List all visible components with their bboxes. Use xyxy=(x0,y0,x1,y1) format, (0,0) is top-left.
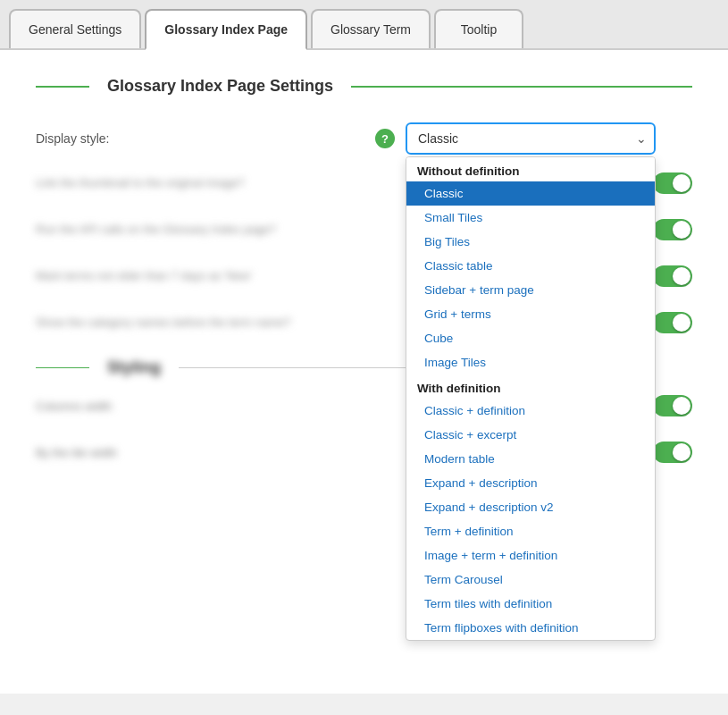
toggle-4[interactable] xyxy=(653,312,692,333)
dropdown-menu: Without definition Classic Small Tiles B… xyxy=(406,156,656,641)
display-style-row: Display style: ? Classic ⌄ Without defin… xyxy=(36,122,692,155)
blurred-label-3: Mark terms not older than 7 days as 'New… xyxy=(36,267,252,285)
group-header-without-definition: Without definition xyxy=(406,157,655,181)
dropdown-item-classic-definition[interactable]: Classic + definition xyxy=(406,399,655,423)
sub-label-1: Columns width xyxy=(36,400,112,413)
tab-general-settings[interactable]: General Settings xyxy=(9,9,141,48)
dropdown-item-cube[interactable]: Cube xyxy=(406,326,655,350)
dropdown-item-small-tiles[interactable]: Small Tiles xyxy=(406,206,655,230)
sub-label-2: By the tile width xyxy=(36,446,117,459)
dropdown-item-classic-table[interactable]: Classic table xyxy=(406,254,655,278)
dropdown-item-term-definition[interactable]: Term + definition xyxy=(406,519,655,543)
section-title: Glossary Index Page Settings xyxy=(107,77,333,96)
tab-tooltip[interactable]: Tooltip xyxy=(434,9,523,48)
help-icon[interactable]: ? xyxy=(375,129,395,148)
tab-glossary-term[interactable]: Glossary Term xyxy=(311,9,431,48)
toggle-5[interactable] xyxy=(653,395,692,416)
section-line-right xyxy=(351,86,692,88)
dropdown-item-classic[interactable]: Classic xyxy=(406,181,655,206)
display-style-controls: ? Classic ⌄ Without definition Classic S… xyxy=(375,122,692,155)
section-line-left xyxy=(36,86,89,88)
dropdown-item-grid-terms[interactable]: Grid + terms xyxy=(406,302,655,326)
toggle-2[interactable] xyxy=(653,219,692,240)
toggle-6[interactable] xyxy=(653,442,692,463)
dropdown-display-style[interactable]: Classic xyxy=(406,122,656,155)
dropdown-item-term-tiles-definition[interactable]: Term tiles with definition xyxy=(406,592,655,616)
divider-label: Styling xyxy=(107,358,161,377)
divider-line-left xyxy=(36,367,89,368)
dropdown-item-image-term-definition[interactable]: Image + term + definition xyxy=(406,543,655,568)
main-content: Glossary Index Page Settings Display sty… xyxy=(0,50,728,694)
dropdown-item-term-carousel[interactable]: Term Carousel xyxy=(406,568,655,592)
dropdown-item-classic-excerpt[interactable]: Classic + excerpt xyxy=(406,423,655,447)
tab-glossary-index-page[interactable]: Glossary Index Page xyxy=(145,9,307,50)
dropdown-item-modern-table[interactable]: Modern table xyxy=(406,447,655,471)
tab-bar: General Settings Glossary Index Page Glo… xyxy=(0,0,728,50)
blurred-label-1: Link the thumbnail to the original image… xyxy=(36,174,244,192)
toggle-3[interactable] xyxy=(653,265,692,287)
dropdown-item-expand-description-v2[interactable]: Expand + description v2 xyxy=(406,495,655,519)
display-style-label: Display style: xyxy=(36,131,375,146)
dropdown-item-big-tiles[interactable]: Big Tiles xyxy=(406,230,655,254)
dropdown-item-expand-description[interactable]: Expand + description xyxy=(406,471,655,495)
blurred-label-2: Run the API calls on the Glossary Index … xyxy=(36,221,276,239)
dropdown-wrapper: Classic ⌄ Without definition Classic Sma… xyxy=(406,122,656,155)
dropdown-item-image-tiles[interactable]: Image Tiles xyxy=(406,350,655,374)
blurred-label-4: Show the category names before the term … xyxy=(36,314,290,332)
dropdown-item-term-flipboxes-definition[interactable]: Term flipboxes with definition xyxy=(406,616,655,640)
dropdown-item-sidebar-term-page[interactable]: Sidebar + term page xyxy=(406,278,655,302)
toggle-1[interactable] xyxy=(653,172,692,194)
group-header-with-definition: With definition xyxy=(406,374,655,399)
section-header: Glossary Index Page Settings xyxy=(36,77,692,96)
